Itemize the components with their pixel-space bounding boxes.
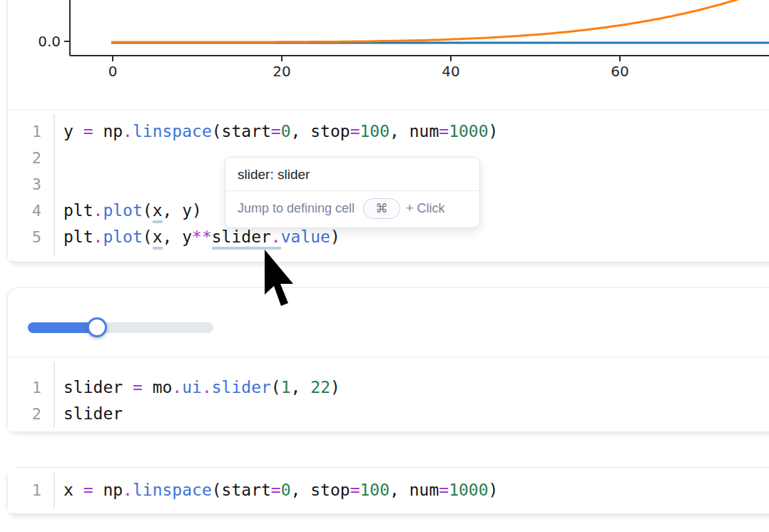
- code-token: ): [330, 227, 340, 246]
- code-text: x = np.linspace(start=0, stop=100, num=1…: [54, 477, 498, 503]
- slider-output-area: [8, 288, 769, 357]
- code-editor-xdef[interactable]: 1x = np.linspace(start=0, stop=100, num=…: [8, 468, 769, 513]
- code-token: 100: [360, 122, 390, 140]
- tooltip-title: slider: slider: [225, 158, 479, 190]
- cmd-clickable-token[interactable]: slider: [212, 227, 271, 250]
- code-token: 22: [310, 378, 330, 397]
- code-line[interactable]: 1x = np.linspace(start=0, stop=100, num=…: [8, 477, 769, 503]
- code-token: y: [63, 122, 83, 140]
- code-token: **: [192, 227, 212, 246]
- code-token: =: [271, 122, 281, 140]
- code-token: slider: [212, 378, 271, 397]
- code-token: x: [63, 481, 83, 499]
- code-token: plot: [103, 227, 142, 246]
- line-number: 1: [8, 374, 54, 401]
- x-tick-label: 20: [273, 63, 290, 80]
- code-text: slider: [54, 401, 123, 427]
- code-token: ,: [291, 378, 311, 397]
- code-token: =: [439, 481, 449, 499]
- cmd-clickable-token[interactable]: x: [153, 201, 163, 223]
- slider-widget[interactable]: [28, 317, 213, 337]
- y-tick-label: 0.0: [38, 33, 61, 50]
- code-token: =: [133, 378, 143, 397]
- code-text: plt.plot(x, y): [54, 198, 202, 224]
- line-number: 1: [8, 118, 54, 145]
- notebook-cell-xdef: 1x = np.linspace(start=0, stop=100, num=…: [7, 467, 769, 514]
- code-token: ): [489, 481, 499, 499]
- x-tick-label: 60: [611, 63, 628, 80]
- code-text: [54, 145, 63, 171]
- code-token: 1000: [449, 122, 488, 140]
- code-token: .: [93, 227, 103, 246]
- matplotlib-chart: 02040600.0: [8, 0, 769, 109]
- code-token: , num: [389, 122, 439, 140]
- cmd-clickable-token[interactable]: .: [271, 227, 281, 250]
- code-token: np: [93, 122, 123, 140]
- code-token: , y): [163, 201, 202, 220]
- jump-hint-text: Jump to defining cell: [238, 201, 355, 216]
- code-token: 1000: [449, 481, 488, 499]
- code-token: plt: [63, 227, 93, 246]
- code-text: slider = mo.ui.slider(1, 22): [54, 374, 340, 401]
- code-token: =: [439, 122, 449, 140]
- code-token: (: [143, 201, 153, 220]
- x-tick-label: 0: [108, 63, 118, 80]
- code-token: 0: [281, 481, 291, 499]
- code-token: , stop: [291, 481, 350, 499]
- click-hint-text: + Click: [406, 201, 445, 216]
- code-line[interactable]: 1y = np.linspace(start=0, stop=100, num=…: [8, 118, 769, 145]
- plot-output-area: 02040600.0: [8, 0, 769, 109]
- notebook-cell-slider: 1slider = mo.ui.slider(1, 22)2slider: [7, 287, 769, 431]
- cmd-key-glyph: ⌘: [376, 201, 388, 216]
- line-number: 2: [8, 145, 54, 171]
- code-token: .: [172, 378, 182, 397]
- slider-thumb[interactable]: [87, 317, 107, 337]
- line-number: 3: [8, 171, 54, 198]
- code-token: ): [489, 122, 499, 140]
- tooltip-jump-row: Jump to defining cell ⌘ + Click: [225, 191, 479, 227]
- code-token: =: [350, 122, 360, 140]
- code-token: ): [330, 378, 340, 397]
- code-token: (: [143, 227, 153, 246]
- code-token: , num: [389, 481, 439, 499]
- code-line[interactable]: 1slider = mo.ui.slider(1, 22): [8, 374, 769, 401]
- code-token: =: [83, 481, 93, 499]
- code-token: slider: [63, 378, 133, 397]
- code-token: ui: [182, 378, 202, 397]
- line-number: 1: [8, 477, 54, 503]
- code-token: linspace: [133, 122, 212, 140]
- code-editor-slider[interactable]: 1slider = mo.ui.slider(1, 22)2slider: [8, 357, 769, 431]
- line-number: 4: [8, 198, 54, 224]
- line-number: 2: [8, 401, 54, 427]
- code-token: value: [281, 227, 330, 246]
- code-token: .: [123, 481, 133, 499]
- code-token: linspace: [133, 481, 212, 499]
- line-number: 5: [8, 224, 54, 250]
- code-token: 100: [360, 481, 390, 499]
- code-token: np: [93, 481, 123, 499]
- code-token: (start: [212, 481, 271, 499]
- code-token: plt: [63, 201, 93, 220]
- code-token: slider: [63, 404, 123, 423]
- code-token: (start: [212, 122, 271, 140]
- code-token: 1: [281, 378, 291, 397]
- code-text: [54, 171, 63, 198]
- cmd-key-badge: ⌘: [363, 198, 400, 219]
- series-line-orange: [111, 0, 769, 42]
- slider-fill: [28, 322, 93, 333]
- x-tick-label: 40: [442, 63, 459, 80]
- code-token: .: [123, 122, 133, 140]
- variable-tooltip: slider: slider Jump to defining cell ⌘ +…: [225, 157, 480, 228]
- code-token: =: [83, 122, 93, 140]
- code-token: , y: [163, 227, 193, 246]
- code-token: 0: [281, 122, 291, 140]
- code-token: .: [93, 201, 103, 220]
- code-token: =: [350, 481, 360, 499]
- code-text: y = np.linspace(start=0, stop=100, num=1…: [54, 118, 498, 145]
- code-token: mo: [143, 378, 173, 397]
- code-token: (: [271, 378, 281, 397]
- code-token: =: [271, 481, 281, 499]
- cmd-clickable-token[interactable]: x: [153, 227, 163, 250]
- code-line[interactable]: 2slider: [8, 401, 769, 427]
- code-token: , stop: [291, 122, 350, 140]
